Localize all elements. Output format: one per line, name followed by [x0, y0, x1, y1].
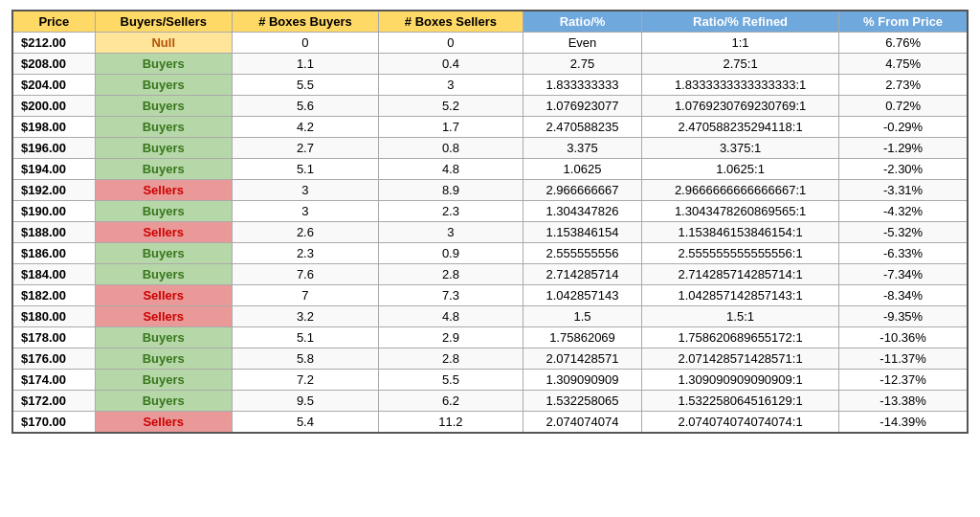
buyers-sellers-cell: Buyers: [95, 138, 232, 159]
ratio-refined-cell: 3.375:1: [642, 138, 839, 159]
price-cell: $200.00: [12, 96, 95, 117]
ratio-cell: 1.042857143: [523, 285, 641, 306]
boxes-sellers-cell: 4.8: [378, 306, 523, 327]
boxes-buyers-cell: 3: [232, 201, 378, 222]
boxes-buyers-cell: 2.6: [232, 222, 378, 243]
ratio-refined-cell: 1.0769230769230769:1: [642, 96, 839, 117]
from-price-cell: -8.34%: [839, 285, 968, 306]
ratio-refined-cell: 1.3043478260869565:1: [642, 201, 839, 222]
boxes-buyers-cell: 5.8: [232, 348, 378, 370]
ratio-refined-cell: 1.042857142857143:1: [642, 285, 839, 306]
ratio-cell: 1.309090909: [523, 370, 641, 391]
table-row: $178.00Buyers5.12.91.758620691.758620689…: [12, 327, 968, 348]
from-price-cell: 0.72%: [839, 96, 968, 117]
table-row: $184.00Buyers7.62.82.7142857142.71428571…: [12, 264, 968, 285]
ratio-cell: Even: [523, 33, 641, 54]
buyers-sellers-cell: Buyers: [95, 96, 232, 117]
from-price-cell: -9.35%: [839, 306, 968, 327]
boxes-sellers-cell: 0.9: [378, 243, 523, 264]
ratio-refined-cell: 2.9666666666666667:1: [642, 180, 839, 201]
from-price-cell: -12.37%: [839, 370, 968, 391]
ratio-cell: 1.0625: [523, 159, 641, 180]
table-row: $174.00Buyers7.25.51.3090909091.30909090…: [12, 370, 968, 391]
from-price-cell: -11.37%: [839, 348, 968, 370]
ratio-cell: 2.470588235: [523, 117, 641, 138]
boxes-sellers-cell: 6.2: [378, 391, 523, 412]
ratio-refined-cell: 1.0625:1: [642, 159, 839, 180]
ratio-cell: 1.5: [523, 306, 641, 327]
from-price-cell: 6.76%: [839, 33, 968, 54]
ratio-refined-cell: 1.758620689655172:1: [642, 327, 839, 348]
from-price-cell: -7.34%: [839, 264, 968, 285]
ratio-refined-cell: 1.8333333333333333:1: [642, 75, 839, 96]
ratio-cell: 2.714285714: [523, 264, 641, 285]
ratio-refined-cell: 2.75:1: [642, 54, 839, 75]
boxes-sellers-cell: 3: [378, 75, 523, 96]
boxes-sellers-cell: 5.5: [378, 370, 523, 391]
boxes-sellers-cell: 8.9: [378, 180, 523, 201]
price-cell: $212.00: [12, 33, 95, 54]
table-row: $186.00Buyers2.30.92.5555555562.55555555…: [12, 243, 968, 264]
buyers-sellers-cell: Null: [95, 33, 232, 54]
column-header-5: Ratio/% Refined: [642, 11, 839, 33]
boxes-buyers-cell: 7.6: [232, 264, 378, 285]
ratio-refined-cell: 2.555555555555556:1: [642, 243, 839, 264]
boxes-buyers-cell: 3.2: [232, 306, 378, 327]
table-row: $196.00Buyers2.70.83.3753.375:1-1.29%: [12, 138, 968, 159]
column-header-4: Ratio/%: [523, 11, 641, 33]
boxes-buyers-cell: 5.1: [232, 159, 378, 180]
buyers-sellers-cell: Buyers: [95, 159, 232, 180]
boxes-buyers-cell: 5.5: [232, 75, 378, 96]
ratio-cell: 1.532258065: [523, 391, 641, 412]
price-cell: $184.00: [12, 264, 95, 285]
table-row: $198.00Buyers4.21.72.4705882352.47058823…: [12, 117, 968, 138]
from-price-cell: 2.73%: [839, 75, 968, 96]
from-price-cell: -10.36%: [839, 327, 968, 348]
ratio-refined-cell: 1.5:1: [642, 306, 839, 327]
buyers-sellers-cell: Sellers: [95, 222, 232, 243]
buyers-sellers-cell: Buyers: [95, 243, 232, 264]
boxes-sellers-cell: 2.8: [378, 348, 523, 370]
ratio-cell: 3.375: [523, 138, 641, 159]
ratio-refined-cell: 1.309090909090909:1: [642, 370, 839, 391]
price-cell: $182.00: [12, 285, 95, 306]
boxes-buyers-cell: 7.2: [232, 370, 378, 391]
boxes-buyers-cell: 5.6: [232, 96, 378, 117]
from-price-cell: 4.75%: [839, 54, 968, 75]
boxes-buyers-cell: 9.5: [232, 391, 378, 412]
price-cell: $204.00: [12, 75, 95, 96]
from-price-cell: -0.29%: [839, 117, 968, 138]
from-price-cell: -14.39%: [839, 412, 968, 434]
price-cell: $172.00: [12, 391, 95, 412]
price-cell: $180.00: [12, 306, 95, 327]
price-cell: $192.00: [12, 180, 95, 201]
buyers-sellers-cell: Sellers: [95, 412, 232, 434]
ratio-refined-cell: 2.071428571428571:1: [642, 348, 839, 370]
buyers-sellers-cell: Buyers: [95, 75, 232, 96]
boxes-buyers-cell: 3: [232, 180, 378, 201]
table-row: $204.00Buyers5.531.8333333331.8333333333…: [12, 75, 968, 96]
price-cell: $176.00: [12, 348, 95, 370]
column-header-6: % From Price: [839, 11, 968, 33]
buyers-sellers-cell: Buyers: [95, 117, 232, 138]
ratio-cell: 1.75862069: [523, 327, 641, 348]
ratio-cell: 2.071428571: [523, 348, 641, 370]
table-row: $172.00Buyers9.56.21.5322580651.53225806…: [12, 391, 968, 412]
ratio-cell: 2.555555556: [523, 243, 641, 264]
column-header-3: # Boxes Sellers: [378, 11, 523, 33]
boxes-buyers-cell: 1.1: [232, 54, 378, 75]
buyers-sellers-cell: Sellers: [95, 306, 232, 327]
boxes-buyers-cell: 2.3: [232, 243, 378, 264]
ratio-refined-cell: 2.470588235294118:1: [642, 117, 839, 138]
table-row: $190.00Buyers32.31.3043478261.3043478260…: [12, 201, 968, 222]
column-header-0: Price: [12, 11, 95, 33]
ratio-cell: 2.75: [523, 54, 641, 75]
price-cell: $188.00: [12, 222, 95, 243]
price-cell: $178.00: [12, 327, 95, 348]
boxes-buyers-cell: 7: [232, 285, 378, 306]
boxes-sellers-cell: 0.8: [378, 138, 523, 159]
from-price-cell: -3.31%: [839, 180, 968, 201]
buyers-sellers-cell: Buyers: [95, 391, 232, 412]
boxes-sellers-cell: 4.8: [378, 159, 523, 180]
boxes-buyers-cell: 2.7: [232, 138, 378, 159]
